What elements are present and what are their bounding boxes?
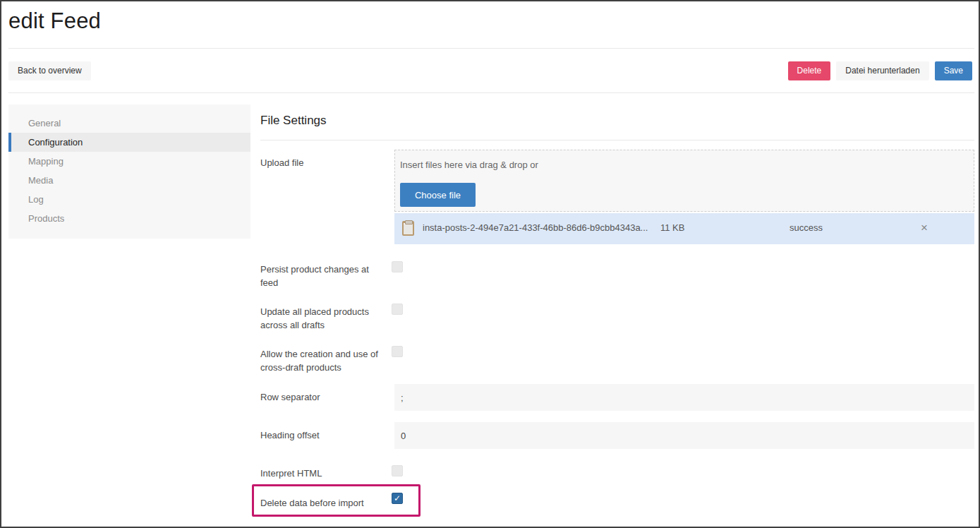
dropzone-hint: Insert files here via drag & drop or bbox=[400, 160, 538, 170]
sidebar-item-general[interactable]: General bbox=[8, 114, 250, 133]
save-button[interactable]: Save bbox=[935, 61, 972, 80]
sidebar-item-configuration[interactable]: Configuration bbox=[8, 133, 250, 152]
update-placed-products-label: Update all placed products across all dr… bbox=[260, 305, 382, 332]
back-to-overview-button[interactable]: Back to overview bbox=[8, 61, 91, 80]
sidebar-item-mapping[interactable]: Mapping bbox=[8, 152, 250, 171]
delete-data-before-import-checkbox[interactable]: ✓ bbox=[392, 493, 403, 504]
uploaded-file-row: insta-posts-2-494e7a21-433f-46bb-86d6-b9… bbox=[394, 213, 974, 244]
row-separator-label: Row separator bbox=[260, 390, 382, 404]
choose-file-button[interactable]: Choose file bbox=[400, 183, 476, 207]
header-divider bbox=[8, 48, 974, 49]
persist-product-changes-checkbox[interactable] bbox=[392, 261, 403, 272]
update-placed-products-checkbox[interactable] bbox=[392, 304, 403, 315]
heading-offset-label: Heading offset bbox=[260, 428, 382, 442]
sidebar-item-media[interactable]: Media bbox=[8, 171, 250, 190]
sidebar: General Configuration Mapping Media Log … bbox=[8, 104, 250, 239]
section-title: File Settings bbox=[260, 114, 327, 128]
file-size: 11 KB bbox=[660, 222, 684, 233]
row-separator-input[interactable] bbox=[394, 384, 974, 411]
clipboard-file-icon bbox=[402, 221, 414, 236]
file-status: success bbox=[790, 222, 823, 233]
section-divider bbox=[260, 140, 974, 140]
persist-product-changes-label: Persist product changes at feed bbox=[260, 263, 382, 289]
upload-file-label: Upload file bbox=[260, 156, 382, 169]
checkmark-icon: ✓ bbox=[394, 494, 401, 503]
remove-file-icon[interactable]: × bbox=[921, 221, 928, 235]
file-dropzone[interactable]: Insert files here via drag & drop or Cho… bbox=[394, 150, 974, 212]
interpret-html-checkbox[interactable] bbox=[392, 465, 403, 476]
toolbar-actions: Delete Datei herunterladen Save bbox=[788, 61, 972, 80]
cross-draft-products-label: Allow the creation and use of cross-draf… bbox=[260, 347, 382, 374]
cross-draft-products-checkbox[interactable] bbox=[392, 346, 403, 357]
interpret-html-label: Interpret HTML bbox=[260, 467, 382, 480]
heading-offset-input[interactable] bbox=[394, 422, 974, 449]
page: edit Feed Back to overview Delete Datei … bbox=[0, 0, 980, 528]
sidebar-item-products[interactable]: Products bbox=[8, 209, 250, 228]
download-file-button[interactable]: Datei herunterladen bbox=[836, 61, 928, 80]
sidebar-item-log[interactable]: Log bbox=[8, 190, 250, 209]
toolbar-divider bbox=[8, 92, 974, 93]
page-title: edit Feed bbox=[8, 8, 101, 34]
delete-data-before-import-label: Delete data before import bbox=[260, 496, 382, 510]
delete-button[interactable]: Delete bbox=[788, 61, 831, 80]
file-name: insta-posts-2-494e7a21-433f-46bb-86d6-b9… bbox=[423, 222, 648, 233]
